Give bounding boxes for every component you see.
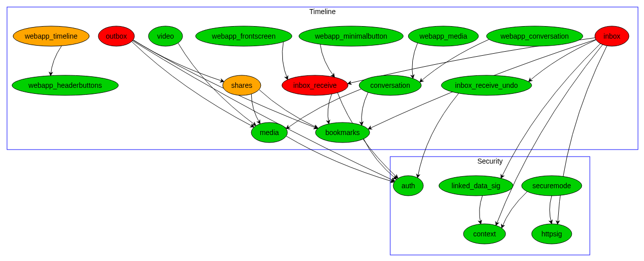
node-inbox_receive: inbox_receive bbox=[282, 75, 348, 95]
node-label-video: video bbox=[157, 32, 174, 40]
cluster-label-security: Security bbox=[477, 157, 503, 165]
node-label-shares: shares bbox=[231, 81, 252, 89]
node-webapp_conversation: webapp_conversation bbox=[487, 26, 583, 46]
node-label-conversation: conversation bbox=[370, 81, 410, 89]
edge-inbox-linked_data_sig bbox=[501, 44, 600, 178]
node-securemode: securemode bbox=[522, 176, 582, 196]
node-inbox_receive_undo: inbox_receive_undo bbox=[441, 75, 532, 95]
edge-media-auth bbox=[286, 136, 394, 182]
edge-conversation-bookmarks bbox=[362, 92, 368, 125]
node-context: context bbox=[463, 224, 506, 244]
node-label-inbox: inbox bbox=[603, 32, 620, 40]
node-linked_data_sig: linked_data_sig bbox=[439, 176, 513, 196]
edge-linked_data_sig-context bbox=[479, 196, 482, 224]
node-label-inbox_receive: inbox_receive bbox=[293, 81, 337, 89]
node-label-webapp_headerbuttons: webapp_headerbuttons bbox=[28, 81, 102, 89]
node-label-securemode: securemode bbox=[532, 182, 571, 190]
node-label-outbox: outbox bbox=[106, 32, 127, 40]
node-media: media bbox=[251, 122, 287, 143]
edge-webapp_timeline-webapp_headerbuttons bbox=[51, 46, 62, 76]
node-video: video bbox=[148, 26, 183, 46]
node-label-webapp_conversation: webapp_conversation bbox=[500, 32, 569, 40]
node-outbox: outbox bbox=[98, 26, 134, 46]
node-label-bookmarks: bookmarks bbox=[326, 128, 360, 137]
node-bookmarks: bookmarks bbox=[315, 122, 370, 143]
node-label-webapp_timeline: webapp_timeline bbox=[24, 32, 77, 40]
node-webapp_minimalbutton: webapp_minimalbutton bbox=[299, 26, 403, 46]
edge-inbox-context bbox=[496, 45, 603, 225]
node-webapp_headerbuttons: webapp_headerbuttons bbox=[12, 75, 118, 95]
edge-inbox_receive-bookmarks bbox=[328, 94, 332, 123]
node-label-httpsig: httpsig bbox=[541, 230, 562, 238]
edge-inbox-httpsig bbox=[558, 46, 607, 224]
node-label-webapp_media: webapp_media bbox=[419, 32, 467, 40]
node-webapp_media: webapp_media bbox=[408, 26, 478, 46]
node-conversation: conversation bbox=[359, 75, 421, 95]
node-label-linked_data_sig: linked_data_sig bbox=[451, 182, 500, 190]
edge-webapp_minimalbutton-inbox_receive bbox=[320, 44, 335, 77]
node-auth: auth bbox=[393, 176, 423, 196]
edge-outbox-shares bbox=[133, 40, 224, 81]
node-webapp_timeline: webapp_timeline bbox=[13, 26, 89, 46]
node-label-inbox_receive_undo: inbox_receive_undo bbox=[455, 81, 518, 89]
edge-securemode-httpsig bbox=[550, 196, 552, 224]
cluster-label-timeline: Timeline bbox=[309, 8, 336, 16]
edge-securemode-context bbox=[502, 192, 527, 228]
edge-webapp_frontscreen-inbox_receive bbox=[282, 42, 288, 79]
node-label-media: media bbox=[260, 128, 279, 137]
node-httpsig: httpsig bbox=[532, 224, 572, 244]
node-inbox: inbox bbox=[595, 26, 629, 46]
node-label-webapp_minimalbutton: webapp_minimalbutton bbox=[314, 32, 387, 40]
node-label-context: context bbox=[473, 230, 496, 238]
edge-inbox_receive_undo-auth bbox=[417, 93, 458, 178]
edge-webapp_media-conversation bbox=[412, 43, 418, 79]
node-shares: shares bbox=[223, 75, 261, 95]
node-webapp_frontscreen: webapp_frontscreen bbox=[196, 26, 292, 46]
edge-shares-media bbox=[251, 94, 260, 123]
edge-bookmarks-auth bbox=[364, 139, 397, 180]
node-label-auth: auth bbox=[401, 182, 415, 190]
node-label-webapp_frontscreen: webapp_frontscreen bbox=[212, 32, 276, 40]
dependency-graph: TimelineSecurity webapp_timelineoutboxvi… bbox=[0, 0, 644, 261]
